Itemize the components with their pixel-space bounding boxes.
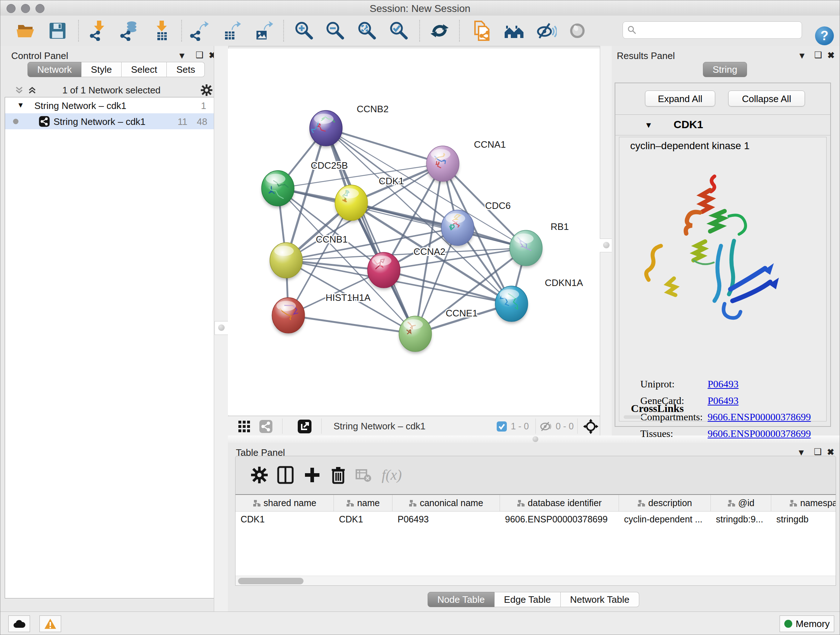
crosslink-label: Tissues: (640, 428, 707, 440)
hidden-eye-slash-icon[interactable] (540, 421, 552, 432)
warnings-button[interactable] (39, 616, 61, 632)
save-icon[interactable] (47, 21, 68, 41)
export-image-icon[interactable] (253, 21, 273, 41)
close-panel-icon[interactable]: ✖ (827, 51, 835, 60)
body-hscrollbar-thumb[interactable] (624, 415, 642, 419)
open-folder-icon[interactable] (16, 21, 36, 41)
tab-sets[interactable]: Sets (167, 62, 205, 77)
column-header-database-identifier[interactable]: database identifier (500, 495, 619, 511)
expand-all-chevron-icon[interactable] (14, 85, 24, 95)
network-node-CCNA1[interactable]: CCNA1 (426, 139, 506, 183)
network-badge-icon[interactable] (259, 420, 273, 433)
file-network-icon[interactable] (471, 21, 492, 41)
expand-all-button[interactable]: Expand All (645, 90, 715, 106)
panel-menu-icon[interactable]: ▼ (798, 51, 806, 60)
application-window: Session: New Session ? Control Panel ▼ ❑… (0, 0, 840, 635)
column-header-namespace[interactable]: namespace (771, 495, 836, 511)
gene-section-header[interactable]: ▼ CDK1 (615, 114, 830, 135)
table-row[interactable]: CDK1CDK1P064939606.ENSP00000378699cyclin… (235, 511, 836, 527)
panel-menu-icon[interactable]: ▼ (178, 51, 186, 60)
search-input[interactable] (639, 23, 799, 37)
crosslink-value-link[interactable]: 9606.ENSP00000378699 (707, 411, 811, 423)
import-database-icon[interactable] (118, 21, 139, 41)
collapse-all-button[interactable]: Collapse All (728, 90, 805, 106)
selected-checkbox-icon[interactable] (496, 421, 507, 432)
tab-style[interactable]: Style (81, 62, 122, 77)
window-title: Session: New Session (0, 3, 840, 14)
column-header-shared-name[interactable]: shared name (235, 495, 334, 511)
protein-structure-image (639, 170, 780, 322)
table-hscrollbar[interactable] (235, 576, 836, 586)
grid-view-icon[interactable] (238, 420, 250, 432)
network-node-CCNB2[interactable]: CCNB2 (309, 103, 388, 148)
fit-content-crosshair-icon[interactable] (583, 419, 598, 434)
network-collection-label: String Network – cdk1 (34, 100, 126, 111)
float-panel-icon[interactable]: ❑ (196, 50, 204, 60)
network-edge-CCNA1-CDC25B[interactable] (278, 164, 443, 188)
table-cell: CDK1 (235, 511, 334, 527)
import-network-icon[interactable] (88, 21, 109, 41)
collapse-node-icon[interactable]: ▼ (17, 101, 24, 109)
collapse-section-icon[interactable]: ▼ (645, 120, 653, 130)
crosslink-value-link[interactable]: P06493 (707, 395, 739, 406)
column-header--id[interactable]: @id (711, 495, 771, 511)
search-field[interactable] (622, 21, 802, 39)
export-network-icon[interactable] (188, 21, 209, 41)
memory-status-dot (784, 620, 792, 628)
show-columns-icon[interactable] (276, 466, 295, 485)
table-options-gear-icon[interactable] (250, 466, 269, 485)
add-column-icon[interactable] (303, 466, 322, 485)
lens-icon[interactable] (567, 21, 587, 41)
left-splitter[interactable] (214, 46, 229, 611)
houses-icon[interactable] (504, 21, 524, 41)
table-cell: stringdb:9... (711, 511, 771, 527)
network-options-gear-icon[interactable] (200, 84, 213, 97)
cloud-status-button[interactable] (8, 616, 30, 632)
crosslink-value-link[interactable]: 9606.ENSP00000378699 (707, 428, 811, 439)
network-canvas[interactable]: CCNB2 CCNA1 CDC25B CDK1 CDC6 RB1 CCNB1 (228, 49, 600, 415)
tab-network-table[interactable]: Network Table (561, 592, 639, 607)
network-node-HIST1H1A[interactable]: HIST1H1A (272, 292, 371, 335)
function-builder-icon[interactable]: f(x) (382, 466, 402, 483)
zoom-fit-icon[interactable] (357, 21, 377, 41)
network-edge-HIST1H1A-CCNE1[interactable] (288, 315, 415, 334)
network-node-RB1[interactable]: RB1 (510, 221, 569, 268)
tab-string[interactable]: String (703, 62, 747, 77)
tab-node-table[interactable]: Node Table (428, 592, 494, 607)
network-tree-row[interactable]: String Network – cdk1 11 48 (5, 113, 214, 129)
main-toolbar: ? (0, 16, 840, 46)
column-header-name[interactable]: name (334, 495, 393, 511)
horizontal-splitter-handle[interactable] (532, 436, 538, 442)
import-table-icon[interactable] (151, 21, 171, 41)
column-header-description[interactable]: description (619, 495, 711, 511)
tab-network[interactable]: Network (27, 62, 81, 77)
delete-column-icon[interactable] (329, 466, 347, 485)
memory-button[interactable]: Memory (780, 616, 834, 632)
toolbar-separator (419, 20, 420, 42)
collapse-all-chevron-icon[interactable] (27, 85, 37, 95)
network-node-CCNE1[interactable]: CCNE1 (399, 308, 477, 353)
zoom-in-icon[interactable] (294, 21, 314, 41)
open-in-new-window-icon[interactable] (297, 419, 312, 434)
tab-edge-table[interactable]: Edge Table (494, 592, 561, 607)
float-panel-icon[interactable]: ❑ (814, 447, 822, 456)
table-panel: Table Panel ▼ ❑ ✖ (228, 443, 840, 611)
left-splitter-handle[interactable] (215, 321, 228, 335)
zoom-selected-icon[interactable] (389, 21, 409, 41)
zoom-out-icon[interactable] (325, 21, 346, 41)
eye-slash-icon[interactable] (537, 21, 557, 41)
refresh-icon[interactable] (429, 21, 450, 41)
gene-name: CDK1 (674, 119, 703, 131)
network-node-CDKN1A[interactable]: CDKN1A (495, 277, 583, 323)
help-button[interactable]: ? (815, 27, 834, 45)
export-table-icon[interactable] (221, 21, 241, 41)
network-tree-row[interactable]: ▼ String Network – cdk1 1 (5, 97, 214, 113)
right-splitter-handle[interactable] (600, 239, 613, 252)
crosslink-value-link[interactable]: P06493 (707, 378, 739, 390)
tab-select[interactable]: Select (122, 62, 167, 77)
table-hscrollbar-thumb[interactable] (238, 578, 303, 584)
float-panel-icon[interactable]: ❑ (814, 50, 822, 60)
network-edge-CCNB2-CCNA1[interactable] (326, 128, 443, 164)
column-header-canonical-name[interactable]: canonical name (393, 495, 500, 511)
delete-table-icon[interactable] (355, 469, 371, 482)
